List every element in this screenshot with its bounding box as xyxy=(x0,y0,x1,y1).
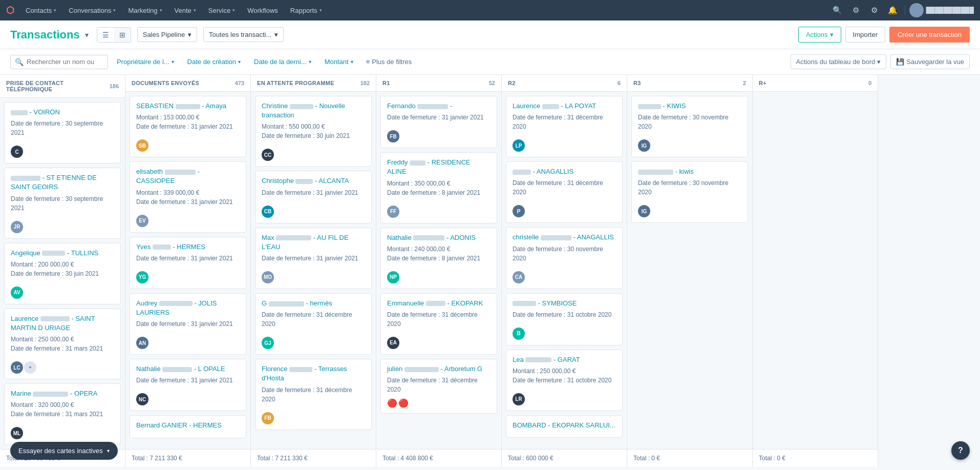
nav-conversations[interactable]: Conversations ▾ xyxy=(63,0,121,21)
avatar: FB xyxy=(387,130,399,142)
card-title: Emmanuelle - EKOPARK xyxy=(387,299,491,308)
kanban-card[interactable]: Laurence - LA POYAT Date de fermeture : … xyxy=(506,96,623,157)
view-toggle: ☰ ⊞ xyxy=(97,27,131,43)
kanban-card[interactable]: G - hermès Date de fermeture : 31 décemb… xyxy=(255,293,372,355)
card-title: Max - AU FIL DE L'EAU xyxy=(262,233,365,252)
save-view-button[interactable]: 💾 Sauvegarder la vue xyxy=(890,54,970,69)
kanban-card[interactable]: elisabeth - CASSIOPEE Montant : 339 000,… xyxy=(130,161,246,232)
header-actions: Actions ▾ Importer Créer une transaction xyxy=(798,27,970,43)
avatar: B xyxy=(513,328,525,340)
nav-marketing[interactable]: Marketing ▾ xyxy=(123,0,167,21)
kanban-card[interactable]: Laurence - SAINT MARTIN D URIAGE Montant… xyxy=(4,309,121,379)
avatar: IG xyxy=(638,205,650,217)
dashboard-actions-button[interactable]: Actions du tableau de bord ▾ xyxy=(791,54,887,69)
kanban-card[interactable]: Freddy - RESIDENCE ALINE Montant : 350 0… xyxy=(380,152,497,223)
kanban-card[interactable]: - KIWIS Date de fermeture : 30 novembre … xyxy=(631,96,748,157)
kanban-card[interactable]: Nathalie - ADONIS Montant : 240 000,00 €… xyxy=(380,228,497,289)
hubspot-logo[interactable]: ⬡ xyxy=(6,5,14,16)
column-col4: R1 52 Fernando - Date de fermeture : 31 … xyxy=(376,75,502,467)
avatar: P xyxy=(513,205,525,217)
kanban-card[interactable]: Christophe - ALCANTA Date de fermeture :… xyxy=(255,171,372,223)
kanban-card[interactable]: Lea - GARAT Montant : 250 000,00 €Date d… xyxy=(506,350,623,411)
list-view-button[interactable]: ☰ xyxy=(97,28,114,42)
avatar: YG xyxy=(136,271,148,283)
montant-filter[interactable]: Montant ▾ xyxy=(320,55,358,69)
avatar: IG xyxy=(638,139,650,152)
kanban-card[interactable]: Yves - HERMES Date de fermeture : 31 jan… xyxy=(130,237,246,289)
more-filters-button[interactable]: ≡ Plus de filtres xyxy=(362,55,416,68)
card-title: Florence - Terrasses d'Hosta xyxy=(262,364,365,383)
column-count: 182 xyxy=(360,80,370,86)
kanban-card[interactable]: Fernando - Date de fermeture : 31 janvie… xyxy=(380,96,497,148)
kanban-card[interactable]: Christine - Nouvelle transaction Montant… xyxy=(255,96,372,167)
card-title: - SYMBIOSE xyxy=(513,299,616,308)
help-button[interactable]: ? xyxy=(951,441,970,460)
card-info: Date de fermeture : 31 décembre 2020 xyxy=(262,385,365,404)
kanban-card[interactable]: christelle - ANAGALLIS Date de fermeture… xyxy=(506,227,623,289)
card-avatars: B xyxy=(513,323,616,340)
card-title: Nathalie - L OPALE xyxy=(136,364,240,374)
column-title: PRISE DE CONTACT TÉLÉPHONIQUE xyxy=(6,80,110,92)
kanban-card[interactable]: Emmanuelle - EKOPARK Date de fermeture :… xyxy=(380,293,497,355)
card-info: Montant : 200 000,00 €Date de fermeture … xyxy=(11,260,114,278)
kanban-card[interactable]: Max - AU FIL DE L'EAU Date de fermeture … xyxy=(255,228,372,289)
marketplace-icon[interactable]: ⚙ xyxy=(847,2,864,18)
kanban-card[interactable]: - SYMBIOSE Date de fermeture : 31 octobr… xyxy=(506,293,623,345)
kanban-card[interactable]: Bernard GANIER - HERMES xyxy=(130,415,246,438)
date-creation-filter[interactable]: Date de création ▾ xyxy=(183,55,245,69)
card-title: Angelique - TULLINS xyxy=(11,249,114,258)
kanban-card[interactable]: Marine - OPERA Montant : 320 000,00 €Dat… xyxy=(4,383,121,445)
card-info: Date de fermeture : 31 décembre 2020 xyxy=(387,376,491,394)
title-dropdown-button[interactable]: ▾ xyxy=(83,30,91,40)
importer-button[interactable]: Importer xyxy=(845,27,885,43)
kanban-card[interactable]: Angelique - TULLINS Montant : 200 000,00… xyxy=(4,243,121,304)
kanban-card[interactable]: Audrey - JOLIS LAURIERS Date de fermetur… xyxy=(130,293,246,355)
nav-vente[interactable]: Vente ▾ xyxy=(169,0,201,21)
kanban-card[interactable]: - VOIRON Date de fermeture : 30 septembr… xyxy=(4,102,121,164)
card-avatars: FF xyxy=(387,201,491,218)
cards-container: Christine - Nouvelle transaction Montant… xyxy=(251,92,376,449)
card-avatars: P xyxy=(513,201,616,217)
avatar: GJ xyxy=(262,337,274,349)
kanban-card[interactable]: - ANAGALLIS Date de fermeture : 31 décem… xyxy=(506,161,623,223)
kanban-card[interactable]: SEBASTIEN - Amaya Montant : 153 000,00 €… xyxy=(130,96,246,157)
kanban-card[interactable]: - ST ETIENNE DE SAINT GEOIRS Date de fer… xyxy=(4,168,121,238)
card-title: christelle - ANAGALLIS xyxy=(513,233,616,242)
pipeline-select[interactable]: Sales Pipeline ▾ xyxy=(137,27,197,42)
date-derniere-filter[interactable]: Date de la derni... ▾ xyxy=(249,55,316,69)
cards-container: - VOIRON Date de fermeture : 30 septembr… xyxy=(0,98,125,449)
pipeline-label: Sales Pipeline xyxy=(143,31,185,38)
avatar: EV xyxy=(136,215,148,227)
create-transaction-button[interactable]: Créer une transaction xyxy=(889,27,970,43)
nav-rapports[interactable]: Rapports ▾ xyxy=(285,0,327,21)
card-title: - VOIRON xyxy=(11,108,114,117)
transaction-filter[interactable]: Toutes les transacti... ▾ xyxy=(203,27,284,42)
card-title: Bernard GANIER - HERMES xyxy=(136,421,240,430)
chevron-icon: ▾ xyxy=(107,448,110,454)
column-footer: Total : 4 408 800 € xyxy=(376,449,501,467)
settings-icon[interactable]: ⚙ xyxy=(866,2,882,18)
card-info: Date de fermeture : 31 décembre 2020 xyxy=(513,113,616,131)
card-title: Yves - HERMES xyxy=(136,242,240,252)
column-col6: R3 2 - KIWIS Date de fermeture : 30 nove… xyxy=(627,75,753,467)
search-icon[interactable]: 🔍 xyxy=(829,2,845,18)
kanban-card[interactable]: Florence - Terrasses d'Hosta Date de fer… xyxy=(255,359,372,430)
card-avatars: EV xyxy=(136,211,240,227)
nav-contacts[interactable]: Contacts ▾ xyxy=(20,0,61,21)
kanban-card[interactable]: BOMBARD - EKOPARK SARLUI... xyxy=(506,415,623,438)
grid-view-button[interactable]: ⊞ xyxy=(114,28,131,42)
nav-workflows[interactable]: Workflows xyxy=(242,0,283,21)
nav-service[interactable]: Service ▾ xyxy=(203,0,240,21)
chevron-icon: ▾ xyxy=(113,8,116,13)
proprietaire-filter[interactable]: Propriétaire de l... ▾ xyxy=(112,55,179,69)
kanban-card[interactable]: julien - Arboretum G Date de fermeture :… xyxy=(380,359,497,414)
kanban-card[interactable]: - kiwis Date de fermeture : 30 novembre … xyxy=(631,161,748,223)
actions-button[interactable]: Actions ▾ xyxy=(798,27,841,43)
chevron-icon: ▾ xyxy=(351,59,353,65)
kanban-card[interactable]: Nathalie - L OPALE Date de fermeture : 3… xyxy=(130,359,246,411)
toast-bar[interactable]: Essayer des cartes inactives ▾ xyxy=(10,442,118,460)
search-input[interactable] xyxy=(27,58,103,66)
notifications-icon[interactable]: 🔔 xyxy=(884,2,901,18)
avatar[interactable] xyxy=(909,3,924,17)
card-title: Lea - GARAT xyxy=(513,355,616,364)
